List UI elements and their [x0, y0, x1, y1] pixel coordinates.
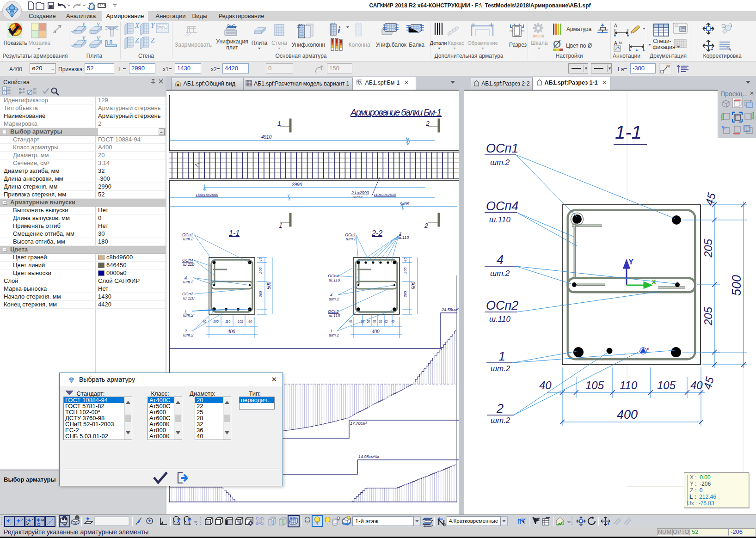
svg-text:4: 4	[497, 253, 504, 267]
svg-text:205: 205	[258, 291, 263, 298]
svg-text:шт.2: шт.2	[183, 280, 193, 284]
svg-text:45: 45	[703, 191, 718, 207]
svg-text:400: 400	[617, 408, 638, 422]
svg-text:max: max	[158, 25, 165, 29]
svg-text:шт.2: шт.2	[491, 364, 510, 373]
svg-text:ш.110: ш.110	[183, 296, 194, 300]
svg-text:Z: Z	[135, 37, 139, 44]
svg-text:X: X	[176, 518, 181, 525]
svg-text:шт.2: шт.2	[491, 416, 510, 425]
svg-text:40: 40	[349, 320, 352, 323]
svg-text:110x23=2530: 110x23=2530	[374, 193, 396, 197]
svg-text:М: М	[666, 64, 670, 68]
svg-text:Армирование балки Бм-1: Армирование балки Бм-1	[350, 107, 442, 117]
svg-text:205: 205	[702, 238, 714, 258]
svg-text:40: 40	[391, 320, 395, 323]
svg-text:шт.2: шт.2	[183, 237, 193, 241]
svg-text:2: 2	[425, 120, 430, 127]
svg-text:2: 2	[424, 222, 428, 229]
svg-text:шт.2: шт.2	[329, 297, 339, 301]
svg-text:A: A	[614, 23, 617, 28]
svg-text:65: 65	[384, 320, 388, 323]
svg-text:500: 500	[730, 275, 744, 296]
svg-text:шт.2: шт.2	[183, 313, 193, 318]
svg-text:ш.110: ш.110	[329, 278, 340, 282]
svg-text:65: 65	[361, 320, 364, 323]
svg-text:400: 400	[372, 329, 380, 334]
svg-text:+: +	[4, 91, 6, 95]
svg-text:Z: Z	[151, 37, 155, 44]
svg-text:45: 45	[403, 257, 407, 262]
svg-text:ОСп2: ОСп2	[486, 299, 518, 312]
svg-text:4910: 4910	[261, 134, 272, 140]
svg-text:2: 2	[496, 402, 504, 416]
svg-text:40: 40	[203, 320, 206, 323]
svg-text:1-1: 1-1	[229, 229, 240, 237]
svg-text:2 L=2990: 2 L=2990	[351, 190, 369, 195]
svg-text:шт.2: шт.2	[490, 158, 510, 167]
svg-text:1-1: 1-1	[615, 122, 642, 142]
svg-text:Ø: Ø	[553, 38, 561, 50]
svg-text:2990: 2990	[291, 182, 302, 187]
svg-text:105: 105	[213, 320, 219, 323]
svg-text:Y: Y	[151, 22, 155, 29]
svg-text:2023.8: 2023.8	[352, 196, 363, 199]
svg-text:500: 500	[266, 281, 271, 289]
svg-text:A: A	[614, 41, 617, 46]
svg-text:i: i	[338, 24, 341, 36]
svg-text:17.70см²: 17.70см²	[350, 421, 367, 426]
svg-text:400: 400	[227, 329, 235, 334]
svg-text:ш.110: ш.110	[489, 315, 510, 324]
svg-text:105: 105	[238, 320, 243, 323]
svg-text:500: 500	[411, 281, 416, 289]
svg-text:Y: Y	[187, 518, 191, 525]
svg-text:205: 205	[258, 267, 263, 274]
svg-text:110: 110	[620, 379, 638, 391]
svg-text:ОСп4: ОСп4	[486, 199, 518, 213]
svg-text:105: 105	[585, 379, 604, 391]
svg-text:шт.2: шт.2	[490, 269, 510, 278]
svg-text:1: 1	[498, 349, 505, 363]
svg-text:65: 65	[379, 320, 382, 323]
svg-text:105: 105	[657, 379, 676, 391]
svg-text:ш.110: ш.110	[183, 262, 194, 267]
svg-text:1: 1	[277, 120, 281, 127]
svg-text:205: 205	[403, 291, 407, 298]
svg-text:160x16=2560: 160x16=2560	[196, 193, 218, 197]
svg-text:X: X	[135, 22, 140, 29]
svg-text:ш.110: ш.110	[398, 235, 409, 240]
svg-text:50: 50	[367, 320, 370, 323]
svg-text:ш.110: ш.110	[329, 313, 340, 318]
svg-text:40: 40	[690, 379, 703, 391]
svg-text:Y: Y	[628, 257, 634, 266]
svg-text:70: 70	[373, 320, 376, 323]
svg-text:205: 205	[702, 306, 714, 326]
svg-text:45: 45	[701, 375, 716, 391]
svg-text:ш.110: ш.110	[489, 215, 510, 224]
svg-text:40: 40	[539, 379, 552, 391]
svg-text:1: 1	[279, 222, 283, 229]
svg-text:2-2: 2-2	[371, 229, 382, 237]
svg-text:шт.2: шт.2	[329, 333, 339, 337]
svg-text:40: 40	[248, 320, 252, 323]
svg-text:9405: 9405	[400, 202, 410, 206]
svg-text:M: M	[619, 41, 622, 45]
svg-text:14.98см²/м: 14.98см²/м	[358, 454, 379, 459]
svg-text:24.58см²: 24.58см²	[441, 307, 459, 312]
svg-text:ОСп1: ОСп1	[486, 141, 518, 155]
svg-text:шт.2: шт.2	[183, 333, 193, 337]
svg-text:205: 205	[403, 267, 407, 274]
svg-text:110: 110	[225, 320, 230, 323]
svg-text:шт.2: шт.2	[346, 237, 356, 241]
svg-text:+: +	[4, 87, 6, 91]
svg-text:45: 45	[258, 257, 263, 262]
